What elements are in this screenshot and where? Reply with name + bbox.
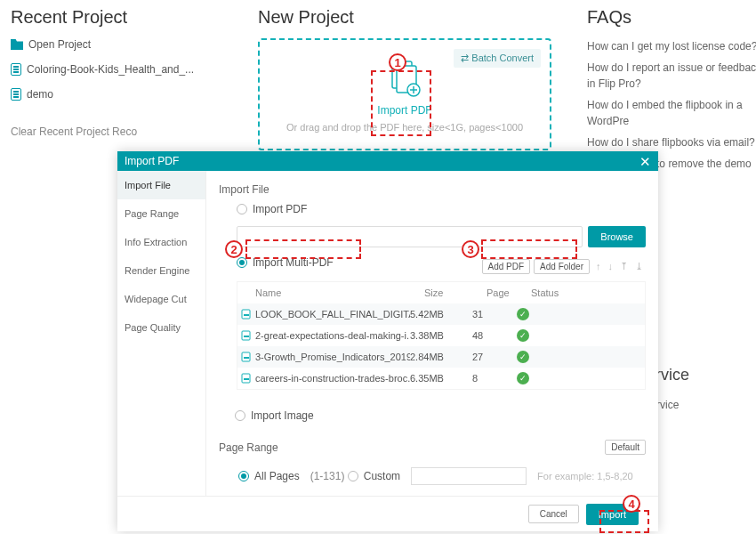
browse-button[interactable]: Browse (588, 226, 646, 247)
faq-item[interactable]: How do I embed the flipbook in a WordPre (587, 97, 756, 129)
newproject-heading: New Project (258, 7, 551, 28)
modal-header: Import PDF ✕ (117, 151, 658, 171)
faqs-heading: FAQs (587, 7, 756, 28)
move-up-icon[interactable]: ↑ (593, 261, 604, 272)
faq-item[interactable]: How do I share flipbooks via email? (587, 134, 756, 150)
pdf-table: Name Size Page Status LOOK_BOOK_FALL_FIN… (237, 281, 646, 390)
cell-status: ✓ (517, 351, 570, 363)
recent-item[interactable]: Coloring-Book-Kids_Health_and_... (11, 63, 242, 76)
modal-footer: Cancel Import (117, 496, 658, 531)
side-info-extraction[interactable]: Info Extraction (117, 228, 205, 256)
col-page: Page (487, 287, 531, 298)
pdf-path-input[interactable] (237, 226, 583, 247)
cell-name: 3-Growth_Promise_Indicators_2019.... (241, 352, 410, 362)
move-bottom-icon[interactable]: ⤓ (632, 261, 646, 272)
cell-size: 3.38MB (410, 330, 472, 341)
import-button[interactable]: Import (586, 504, 639, 525)
table-row[interactable]: 3-Growth_Promise_Indicators_2019....2.84… (237, 346, 645, 368)
svg-rect-8 (244, 336, 249, 337)
custom-range-example: For example: 1,5-8,20 (537, 471, 633, 481)
modal-title: Import PDF (125, 155, 179, 167)
radio-label: Custom (364, 470, 400, 482)
radio-dot (237, 204, 247, 214)
svg-rect-6 (244, 314, 249, 316)
cell-page: 31 (472, 309, 517, 320)
cancel-button[interactable]: Cancel (528, 505, 579, 523)
svg-rect-12 (244, 378, 249, 380)
pdf-icon (241, 373, 252, 384)
doc-icon (11, 88, 21, 101)
cell-page: 48 (472, 330, 517, 341)
radio-import-pdf[interactable]: Import PDF (237, 203, 307, 215)
page-range-heading: Page Range (219, 441, 278, 454)
table-row[interactable]: 2-great-expectations-deal-making-i...3.3… (237, 325, 645, 346)
side-widepage-cut[interactable]: Widepage Cut (117, 285, 205, 313)
faq-item[interactable]: How can I get my lost license code? (587, 38, 756, 54)
side-render-engine[interactable]: Render Engine (117, 256, 205, 285)
move-down-icon[interactable]: ↓ (606, 261, 616, 272)
radio-custom-pages[interactable]: Custom For example: 1,5-8,20 (348, 467, 633, 485)
open-project-label: Open Project (28, 38, 91, 51)
cell-size: 6.35MB (410, 373, 472, 384)
pdf-icon (241, 309, 252, 320)
default-button[interactable]: Default (605, 440, 646, 455)
cell-size: 2.84MB (410, 352, 472, 362)
radio-import-multi-pdf[interactable]: Import Multi-PDF (237, 256, 334, 269)
pdf-icon (241, 330, 252, 341)
import-file-heading: Import File (219, 183, 646, 196)
radio-label: Import Multi-PDF (253, 256, 334, 269)
radio-dot (235, 410, 245, 421)
check-icon: ✓ (517, 329, 529, 342)
cell-status: ✓ (517, 372, 570, 384)
recent-item-label: Coloring-Book-Kids_Health_and_... (27, 63, 194, 76)
side-page-quality[interactable]: Page Quality (117, 313, 205, 342)
cell-size: 5.42MB (410, 309, 472, 320)
close-icon[interactable]: ✕ (639, 155, 651, 168)
modal-main: Import File Import PDF Browse Import Mul… (206, 171, 658, 496)
cell-status: ✓ (517, 308, 570, 320)
radio-label: Import PDF (253, 203, 307, 215)
table-row[interactable]: LOOK_BOOK_FALL_FINAL_DIGITAL.p...5.42MB3… (237, 303, 645, 325)
cell-page: 8 (472, 373, 517, 384)
drop-label: Import PDF (269, 104, 541, 117)
import-pdf-icon (387, 60, 422, 99)
clear-recent[interactable]: Clear Recent Project Reco (11, 125, 242, 138)
cell-name: careers-in-construction-trades-broc... (241, 373, 410, 384)
cell-name: LOOK_BOOK_FALL_FINAL_DIGITAL.p... (241, 309, 410, 320)
col-name: Name (255, 287, 424, 298)
check-icon: ✓ (517, 351, 529, 363)
all-pages-count: (1-131) (310, 470, 345, 482)
drop-hint: Or drag and drop the PDF here, size<1G, … (269, 122, 541, 133)
reorder-buttons: ↑ ↓ ⤒ ⤓ (593, 261, 646, 272)
doc-icon (11, 63, 21, 76)
recent-item-label: demo (27, 88, 53, 101)
table-header: Name Size Page Status (237, 282, 645, 303)
faq-item[interactable]: How do I report an issue or feedback in … (587, 60, 756, 92)
modal-sidebar: Import File Page Range Info Extraction R… (117, 171, 206, 496)
recent-heading: Recent Project (11, 7, 242, 28)
radio-all-pages[interactable]: All Pages (1-131) (238, 470, 344, 482)
batch-convert-button[interactable]: ⇄ Batch Convert (454, 49, 541, 68)
side-page-range[interactable]: Page Range (117, 199, 205, 228)
col-status: Status (531, 287, 584, 298)
add-folder-button[interactable]: Add Folder (534, 259, 590, 274)
table-row[interactable]: careers-in-construction-trades-broc...6.… (237, 368, 645, 389)
import-pdf-modal: Import PDF ✕ Import File Page Range Info… (117, 151, 658, 531)
svg-rect-10 (244, 357, 249, 359)
radio-dot (238, 471, 249, 481)
radio-label: All Pages (254, 470, 300, 482)
drop-zone[interactable]: ⇄ Batch Convert Import PDF Or drag and d… (258, 38, 551, 150)
cell-name: 2-great-expectations-deal-making-i... (241, 330, 410, 341)
check-icon: ✓ (517, 308, 529, 320)
move-top-icon[interactable]: ⤒ (617, 261, 631, 272)
radio-import-image[interactable]: Import Image (235, 409, 314, 422)
recent-item[interactable]: demo (11, 88, 242, 101)
side-import-file[interactable]: Import File (117, 171, 205, 199)
radio-label: Import Image (251, 409, 314, 422)
custom-range-input[interactable] (411, 467, 527, 485)
add-pdf-button[interactable]: Add PDF (482, 259, 531, 274)
radio-dot (348, 471, 358, 481)
col-size: Size (424, 287, 487, 298)
cell-status: ✓ (517, 329, 570, 342)
open-project[interactable]: Open Project (11, 38, 242, 51)
